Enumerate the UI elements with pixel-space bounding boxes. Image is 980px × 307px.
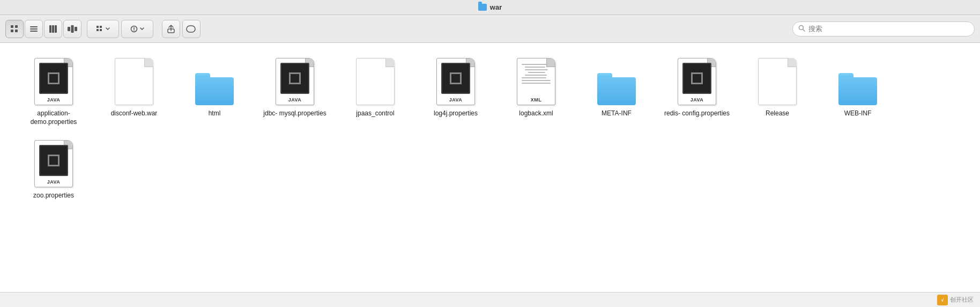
tag-btn[interactable] bbox=[182, 20, 201, 38]
svg-rect-4 bbox=[30, 26, 38, 27]
toolbar bbox=[0, 15, 980, 43]
file-name: log4j.properties bbox=[434, 109, 478, 118]
window-title-text: war bbox=[490, 3, 502, 11]
file-item-web-inf[interactable]: WEB-INF bbox=[820, 54, 895, 130]
file-browser-content: JAVA application- demo.propertiesdisconf… bbox=[0, 43, 980, 292]
svg-rect-10 bbox=[68, 27, 70, 31]
title-folder-icon bbox=[478, 4, 487, 11]
file-item-app-demo[interactable]: JAVA application- demo.properties bbox=[16, 54, 91, 130]
action-btn[interactable] bbox=[121, 20, 153, 38]
file-item-meta-inf[interactable]: META-INF bbox=[579, 54, 654, 130]
svg-rect-7 bbox=[49, 25, 51, 33]
list-view-btn[interactable] bbox=[25, 20, 43, 38]
svg-rect-14 bbox=[100, 26, 102, 28]
search-bar[interactable] bbox=[792, 21, 975, 36]
file-name: html bbox=[209, 109, 221, 118]
bottom-bar: √ 创开社区 bbox=[0, 292, 980, 307]
file-item-jpaas-control[interactable]: jpaas_control bbox=[338, 54, 413, 130]
svg-line-23 bbox=[803, 29, 805, 31]
file-name: disconf-web.war bbox=[111, 109, 158, 118]
share-btn[interactable] bbox=[162, 20, 180, 38]
cover-flow-btn[interactable] bbox=[63, 20, 81, 38]
svg-rect-2 bbox=[11, 30, 13, 32]
svg-rect-13 bbox=[96, 26, 99, 28]
file-item-jdbc-mysql[interactable]: JAVA jdbc- mysql.properties bbox=[257, 54, 332, 130]
watermark: √ 创开社区 bbox=[937, 295, 974, 305]
file-name: application- demo.properties bbox=[20, 109, 87, 126]
search-icon bbox=[798, 25, 805, 33]
svg-rect-0 bbox=[11, 25, 13, 28]
icon-view-btn[interactable] bbox=[5, 20, 24, 38]
watermark-text: 创开社区 bbox=[950, 296, 974, 304]
file-name: jpaas_control bbox=[356, 109, 394, 118]
svg-rect-11 bbox=[71, 25, 74, 33]
file-item-zoo[interactable]: JAVA zoo.properties bbox=[16, 136, 91, 204]
watermark-logo: √ bbox=[937, 295, 948, 305]
svg-rect-12 bbox=[75, 27, 77, 31]
svg-rect-9 bbox=[55, 25, 57, 33]
title-bar: war bbox=[0, 0, 980, 15]
file-name: META-INF bbox=[602, 109, 632, 118]
svg-rect-5 bbox=[30, 28, 38, 30]
window-title: war bbox=[478, 3, 502, 11]
file-item-disconf-web[interactable]: disconf-web.war bbox=[96, 54, 172, 130]
svg-rect-6 bbox=[30, 31, 38, 32]
file-name: WEB-INF bbox=[844, 109, 872, 118]
svg-rect-8 bbox=[52, 25, 54, 33]
file-item-redis-config[interactable]: JAVA redis- config.properties bbox=[659, 54, 734, 130]
file-item-release[interactable]: Release bbox=[740, 54, 815, 130]
svg-rect-21 bbox=[187, 26, 195, 32]
file-item-html[interactable]: html bbox=[177, 54, 252, 130]
svg-rect-3 bbox=[15, 30, 18, 32]
svg-point-19 bbox=[133, 30, 135, 31]
svg-rect-16 bbox=[100, 29, 102, 31]
file-name: Release bbox=[766, 109, 789, 118]
file-grid: JAVA application- demo.propertiesdisconf… bbox=[16, 54, 964, 204]
group-btn[interactable] bbox=[87, 20, 119, 38]
file-name: zoo.properties bbox=[33, 192, 74, 200]
column-view-btn[interactable] bbox=[44, 20, 62, 38]
svg-rect-15 bbox=[96, 29, 99, 31]
file-item-logback[interactable]: XML logback.xml bbox=[499, 54, 574, 130]
file-name: logback.xml bbox=[519, 109, 553, 118]
file-item-log4j[interactable]: JAVA log4j.properties bbox=[418, 54, 493, 130]
search-input[interactable] bbox=[808, 25, 969, 33]
file-name: jdbc- mysql.properties bbox=[263, 109, 326, 118]
svg-rect-1 bbox=[15, 25, 18, 28]
file-name: redis- config.properties bbox=[664, 109, 730, 118]
view-mode-group bbox=[5, 20, 81, 38]
